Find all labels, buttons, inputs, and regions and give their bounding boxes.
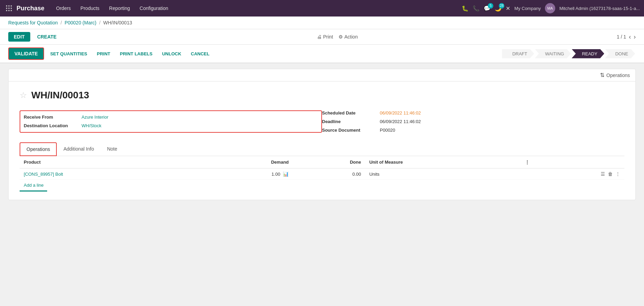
receive-from-label: Receive From [24,114,79,120]
chat-icon[interactable]: 💬 5 [484,5,491,12]
tab-operations[interactable]: Operations [20,142,57,156]
svg-rect-7 [8,10,9,11]
operations-sort-icon[interactable]: ⇅ [600,72,604,78]
col-uom-header: Unit of Measure [365,156,520,168]
nav-configuration[interactable]: Configuration [136,4,172,12]
receive-from-row: Receive From Azure Interior [24,114,318,120]
svg-rect-0 [6,6,7,7]
dest-location-row: Destination Location WH/Stock [24,123,318,128]
status-draft: DRAFT [502,49,534,58]
print-labels-button[interactable]: PRINT LABELS [117,48,156,59]
cell-uom: Units [365,168,520,180]
close-icon[interactable]: ✕ [506,5,510,12]
cell-done: 0.00 [293,168,365,180]
cancel-button[interactable]: CANCEL [187,48,213,59]
activity-badge: 28 [499,3,504,9]
col-done-header: Done [293,156,365,168]
print-toolbar-button[interactable]: PRINT [94,48,114,59]
top-navigation: Purchase Orders Products Reporting Confi… [0,0,644,17]
edit-button[interactable]: EDIT [8,32,30,42]
scheduled-date-value[interactable]: 06/09/2022 11:46:02 [380,110,421,116]
action-label: Action [344,34,358,40]
star-icon[interactable]: ☆ [20,90,27,100]
source-doc-label: Source Document [322,128,377,133]
col-product-header: Product [20,156,196,168]
grid-menu-icon[interactable] [4,3,14,13]
print-label: Print [323,34,333,40]
set-quantities-button[interactable]: SET QUANTITIES [47,48,91,59]
demand-value: 1.00 [271,172,280,177]
svg-rect-6 [6,10,7,11]
action-bar: EDIT CREATE 🖨 Print ⚙ Action 1 / 1 ‹ › [0,29,644,45]
scheduled-date-row: Scheduled Date 06/09/2022 11:46:02 [322,110,624,116]
prev-page-button[interactable]: ‹ [629,33,631,41]
svg-rect-2 [11,6,12,7]
col-actions-header: ⋮ [521,156,624,168]
nav-orders[interactable]: Orders [53,4,74,12]
avatar[interactable]: MA [545,3,555,13]
receive-from-value[interactable]: Azure Interior [82,114,108,120]
delete-icon[interactable]: 🗑 [608,171,613,177]
add-line-button[interactable]: Add a line [20,180,48,190]
cell-product[interactable]: [CONS_89957] Bolt [20,168,196,180]
operations-table: Product Demand Done Unit of Measure ⋮ [C… [20,156,624,180]
col-demand-header: Demand [196,156,293,168]
doc-title-row: ☆ WH/IN/00013 [20,90,624,101]
svg-rect-3 [6,8,7,9]
fields-grid: Receive From Azure Interior Destination … [20,110,624,133]
print-button[interactable]: 🖨 Print [317,34,333,40]
unlock-button[interactable]: UNLOCK [159,48,185,59]
ops-body: ☆ WH/IN/00013 Receive From Azure Interio… [9,81,635,200]
table-menu-icon[interactable]: ⋮ [525,160,529,165]
svg-rect-8 [11,10,12,11]
breadcrumb-sep1: / [61,20,62,25]
breadcrumb-current: WH/IN/00013 [103,20,132,25]
source-doc-value[interactable]: P00020 [380,128,395,133]
activity-icon[interactable]: 🌙 28 [495,5,502,12]
breadcrumb-part2[interactable]: P00020 (Marc) [65,20,97,25]
right-fields: Scheduled Date 06/09/2022 11:46:02 Deadl… [322,110,624,133]
status-ready: READY [572,49,604,58]
cell-row-actions: ☰ 🗑 ⋮ [521,168,624,180]
create-button[interactable]: CREATE [36,32,58,42]
bottom-line [20,190,47,192]
printer-icon: 🖨 [317,34,322,40]
chart-icon[interactable]: 📊 [283,171,289,177]
operations-panel: ⇅ Operations ☆ WH/IN/00013 Receive From … [8,69,636,200]
deadline-value[interactable]: 06/09/2022 11:46:02 [380,119,421,124]
source-doc-row: Source Document P00020 [322,128,624,133]
user-name: Mitchell Admin (16273178-saas-15-1-a... [559,6,640,11]
toolbar: VALIDATE SET QUANTITIES PRINT PRINT LABE… [0,45,644,63]
cell-demand: 1.00 📊 [196,168,293,180]
svg-rect-4 [8,8,9,9]
pagination: 1 / 1 ‹ › [617,33,636,41]
gear-icon: ⚙ [339,34,343,40]
nav-reporting[interactable]: Reporting [106,4,133,12]
chat-badge: 5 [488,3,493,9]
pagination-text: 1 / 1 [617,34,626,40]
svg-rect-5 [11,8,12,9]
tab-note[interactable]: Note [100,142,124,156]
row-menu-icon[interactable]: ⋮ [615,171,620,177]
breadcrumb-part1[interactable]: Requests for Quotation [8,20,58,25]
nav-products[interactable]: Products [77,4,103,12]
next-page-button[interactable]: › [634,33,636,41]
action-button[interactable]: ⚙ Action [339,34,358,40]
svg-rect-1 [8,6,9,7]
phone-icon[interactable]: 📞 [473,5,480,12]
validate-button[interactable]: VALIDATE [8,47,44,60]
company-name: My Company [514,6,541,11]
status-waiting: WAITING [535,49,571,58]
document-title: WH/IN/00013 [31,90,89,101]
bug-icon[interactable]: 🐛 [462,5,469,12]
table-row: [CONS_89957] Bolt 1.00 📊 0.00 Units ☰ 🗑 … [20,168,624,180]
app-title: Purchase [17,5,44,12]
deadline-row: Deadline 06/09/2022 11:46:02 [322,119,624,124]
detail-icon[interactable]: ☰ [601,171,605,177]
status-bar: DRAFT WAITING READY DONE [502,49,636,58]
dest-location-value[interactable]: WH/Stock [82,123,101,128]
left-fields: Receive From Azure Interior Destination … [20,110,322,133]
tab-additional-info[interactable]: Additional Info [57,142,100,156]
tabs-bar: Operations Additional Info Note [20,142,624,156]
deadline-label: Deadline [322,119,377,124]
